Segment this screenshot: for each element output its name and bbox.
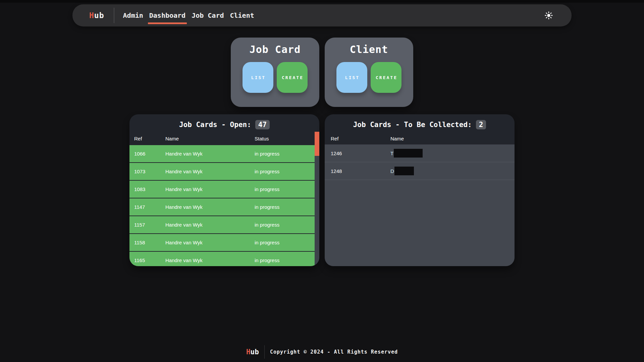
nav-items: Admin Dashboard Job Card Client [122,4,255,26]
row-ref: 1073 [134,169,165,174]
row-name: Handre van Wyk [165,169,255,174]
table-row[interactable]: 1066 Handre van Wyk in progress [129,144,315,162]
nav-item-dashboard[interactable]: Dashboard [149,4,186,26]
row-name: D [390,167,508,175]
row-ref: 1165 [134,257,165,263]
navbar-divider [114,8,114,23]
open-table-header: Ref Name Status [129,132,319,144]
nav-item-job-card[interactable]: Job Card [191,4,224,26]
row-name: Handre van Wyk [165,240,255,245]
navbar: Hub Admin Dashboard Job Card Client [72,4,572,26]
job-card-list-button[interactable]: LIST [243,62,273,93]
nav-item-admin[interactable]: Admin [122,4,144,26]
footer-brand-accent-letter: H [246,348,251,356]
brand-rest: ub [94,11,104,20]
table-row[interactable]: 1246 T [325,144,515,162]
row-name: T [390,149,508,158]
row-ref: 1157 [134,222,165,228]
row-status: in progress [255,169,310,174]
row-ref: 1248 [331,168,390,174]
table-row[interactable]: 1165 Handre van Wyk in progress [129,251,315,266]
name-initial: T [390,150,393,156]
panels-row: Job Cards - Open: 47 Ref Name Status 106… [0,114,644,266]
collected-panel-title: Job Cards - To Be Collected: 2 [325,114,515,132]
footer: Hub Copyright © 2024 - All Rights Reserv… [0,345,644,359]
copyright-text: Copyright © 2024 - All Rights Reserved [270,349,398,355]
redacted-name-bar [394,167,414,175]
theme-toggle-button[interactable] [543,9,555,21]
footer-brand-rest: ub [251,348,259,356]
col-header-name: Name [390,136,508,141]
client-card-title: Client [350,44,388,55]
collected-panel-title-text: Job Cards - To Be Collected: [353,121,472,129]
table-row[interactable]: 1248 D [325,162,515,180]
row-status: in progress [255,204,310,210]
table-row[interactable]: 1073 Handre van Wyk in progress [129,162,315,180]
row-name: Handre van Wyk [165,151,255,157]
row-ref: 1246 [331,150,390,156]
sun-icon [544,11,553,20]
table-scrollbar[interactable] [315,132,319,266]
open-panel-title-text: Job Cards - Open: [179,121,251,129]
row-status: in progress [255,222,310,228]
job-card-action-card: Job Card LIST CREATE [231,38,319,107]
open-count-badge: 47 [255,120,270,129]
name-initial: D [390,168,394,174]
window-top-edge [0,0,644,3]
brand-accent-letter: H [89,11,94,20]
scrollbar-thumb[interactable] [315,132,319,156]
collected-table-header: Ref Name [325,132,515,144]
col-header-ref: Ref [331,136,390,141]
client-create-button[interactable]: CREATE [371,62,401,93]
row-name: Handre van Wyk [165,204,255,210]
collected-table-body: 1246 T 1248 D [325,144,515,266]
job-card-buttons: LIST CREATE [243,62,308,93]
table-row[interactable]: 1158 Handre van Wyk in progress [129,233,315,251]
footer-brand-logo: Hub [246,348,259,356]
open-job-cards-panel: Job Cards - Open: 47 Ref Name Status 106… [129,114,319,266]
col-header-status: Status [255,136,315,141]
client-list-button[interactable]: LIST [336,62,367,93]
client-action-card: Client LIST CREATE [325,38,413,107]
collected-count-badge: 2 [476,120,486,129]
col-header-ref: Ref [134,136,165,141]
job-card-create-button[interactable]: CREATE [277,62,308,93]
job-card-card-title: Job Card [250,44,301,55]
open-table-body: 1066 Handre van Wyk in progress 1073 Han… [129,144,315,266]
row-name: Handre van Wyk [165,186,255,192]
table-row[interactable]: 1147 Handre van Wyk in progress [129,198,315,216]
row-status: in progress [255,151,310,157]
open-panel-title: Job Cards - Open: 47 [129,114,319,132]
row-name: Handre van Wyk [165,257,255,263]
client-buttons: LIST CREATE [336,62,401,93]
row-ref: 1158 [134,240,165,245]
row-ref: 1066 [134,151,165,157]
row-ref: 1083 [134,186,165,192]
row-status: in progress [255,186,310,192]
col-header-name: Name [165,136,255,141]
nav-item-client[interactable]: Client [229,4,255,26]
table-row[interactable]: 1083 Handre van Wyk in progress [129,180,315,198]
row-status: in progress [255,257,310,263]
row-status: in progress [255,240,310,245]
redacted-name-bar [394,149,423,158]
brand-logo[interactable]: Hub [89,11,104,20]
footer-divider [264,345,265,359]
row-ref: 1147 [134,204,165,210]
table-row[interactable]: 1157 Handre van Wyk in progress [129,216,315,233]
row-name: Handre van Wyk [165,222,255,228]
action-cards-row: Job Card LIST CREATE Client LIST CREATE [0,38,644,107]
to-be-collected-panel: Job Cards - To Be Collected: 2 Ref Name … [325,114,515,266]
